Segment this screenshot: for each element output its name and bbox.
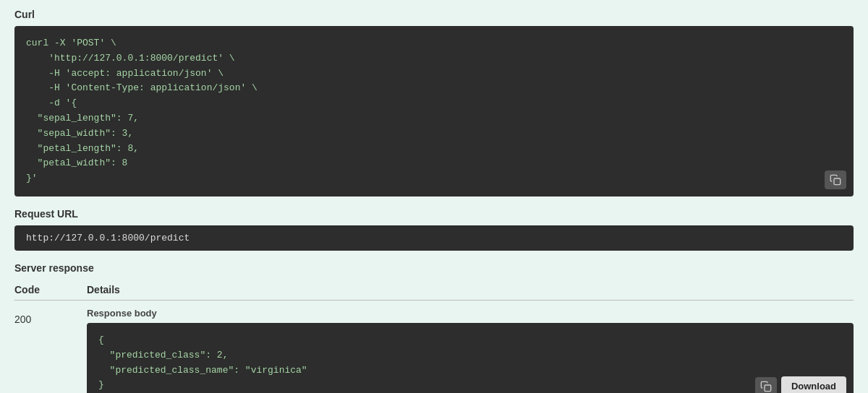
curl-copy-button[interactable]	[825, 170, 846, 189]
copy-icon	[830, 174, 841, 186]
svg-rect-0	[834, 178, 841, 185]
response-body-block: { "predicted_class": 2, "predicted_class…	[87, 323, 854, 393]
response-body-actions: Download	[755, 376, 846, 393]
response-body-code: { "predicted_class": 2, "predicted_class…	[98, 333, 842, 393]
server-response-label: Server response	[14, 262, 854, 274]
curl-code: curl -X 'POST' \ 'http://127.0.0.1:8000/…	[26, 36, 842, 186]
response-code: 200	[14, 308, 87, 325]
page-container: Curl curl -X 'POST' \ 'http://127.0.0.1:…	[0, 0, 868, 393]
svg-rect-1	[765, 385, 771, 392]
response-details: Response body { "predicted_class": 2, "p…	[87, 308, 854, 393]
curl-section-label: Curl	[14, 9, 854, 20]
response-table-header: Code Details	[14, 280, 854, 301]
server-response-section: Server response Code Details 200 Respons…	[14, 262, 854, 393]
request-url-section: Request URL http://127.0.0.1:8000/predic…	[14, 208, 854, 251]
col-code-header: Code	[14, 284, 87, 295]
curl-code-block: curl -X 'POST' \ 'http://127.0.0.1:8000/…	[14, 26, 854, 196]
copy-icon-response	[760, 381, 772, 392]
download-button[interactable]: Download	[781, 376, 846, 393]
request-url-display: http://127.0.0.1:8000/predict	[14, 225, 854, 251]
response-body-copy-button[interactable]	[755, 377, 777, 393]
response-body-label: Response body	[87, 308, 854, 319]
request-url-label: Request URL	[14, 208, 854, 220]
col-details-header: Details	[87, 284, 120, 295]
response-row: 200 Response body { "predicted_class": 2…	[14, 308, 854, 393]
